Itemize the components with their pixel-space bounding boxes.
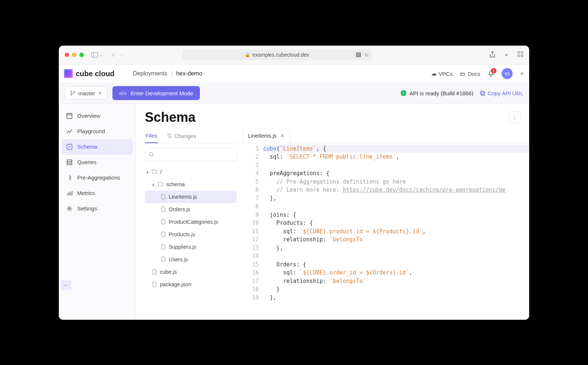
editor-tabs: LineItems.js ✕	[243, 129, 529, 143]
editor-pane: LineItems.js ✕ 1234567891011121314151617…	[243, 129, 529, 320]
maximize-window-button[interactable]	[79, 53, 84, 57]
tab-changes[interactable]: Changes	[166, 129, 197, 143]
folder-icon	[152, 169, 157, 174]
svg-rect-14	[67, 160, 72, 164]
file-tree: ▴ /▴ schemaLineItems.jsOrders.jsProductC…	[145, 166, 237, 291]
more-vertical-icon: ⋮	[512, 114, 517, 121]
folder-open-icon: 🗁	[460, 71, 466, 77]
tree-file[interactable]: Suppliers.js	[145, 241, 237, 253]
docs-link[interactable]: 🗁 Docs	[460, 71, 480, 77]
sidebar-item-preagg[interactable]: Pre-Aggregations	[62, 170, 133, 185]
branch-selector[interactable]: master ▼	[65, 86, 107, 100]
sidebar-item-overview[interactable]: Overview	[62, 108, 133, 124]
url-bar[interactable]: 🔒 examples.cubecloud.dev 🅰 ↻	[182, 49, 372, 60]
svg-rect-4	[518, 55, 520, 57]
tree-file[interactable]: cube.js	[145, 266, 237, 278]
breadcrumb-root[interactable]: Deployments	[133, 70, 167, 77]
sidebar-item-metrics[interactable]: Metrics	[62, 185, 133, 201]
close-window-button[interactable]	[65, 53, 69, 57]
gutter: 12345678910111213141516171819	[243, 143, 263, 320]
editor-tab-label: LineItems.js	[248, 133, 276, 139]
tree-label: Products.js	[169, 231, 195, 237]
enter-dev-mode-button[interactable]: </> Enter Development Mode	[112, 86, 200, 100]
copy-api-url-button[interactable]: Copy API URL	[480, 90, 523, 96]
body: OverviewPlaygroundSchemaQueriesPre-Aggre…	[59, 104, 529, 320]
vpcs-link[interactable]: ☁ VPCs	[431, 70, 453, 77]
git-diff-icon	[167, 133, 172, 138]
browser-window: ⌄ ‹ › 🔒 examples.cubecloud.dev 🅰 ↻ ＋	[59, 46, 529, 320]
file-tabs: Files Changes	[145, 129, 237, 143]
translate-icon[interactable]: 🅰	[356, 52, 361, 58]
tree-label: Suppliers.js	[169, 244, 196, 250]
sidebar-item-label: Playground	[77, 128, 105, 134]
tree-folder-schema[interactable]: ▴ schema	[145, 178, 237, 191]
svg-point-8	[74, 91, 75, 93]
file-icon	[152, 281, 157, 287]
sidebar-item-schema[interactable]: Schema	[62, 139, 133, 155]
search-icon	[149, 152, 154, 157]
preagg-icon	[66, 175, 73, 181]
tabs-overview-icon[interactable]	[517, 51, 523, 59]
file-icon	[152, 269, 157, 274]
svg-point-24	[150, 152, 153, 156]
nav-back-button[interactable]: ‹	[112, 51, 115, 59]
tree-file[interactable]: ProductCategories.js	[145, 216, 237, 228]
svg-point-21	[69, 208, 71, 209]
header-right: ☁ VPCs 🗁 Docs 1 IG ▼	[431, 68, 524, 79]
tree-root[interactable]: ▴ /	[145, 166, 237, 178]
lock-icon: 🔒	[245, 52, 250, 57]
file-icon	[161, 256, 166, 262]
tree-label: schema	[166, 181, 185, 187]
tree-file[interactable]: LineItems.js	[145, 191, 237, 203]
schema-icon	[66, 144, 73, 150]
tree-file[interactable]: Users.js	[145, 253, 237, 266]
code-area[interactable]: cube(`LineItems`, { sql: `SELECT * FROM …	[263, 143, 529, 320]
tree-file[interactable]: Orders.js	[145, 203, 237, 216]
sidebar-item-label: Queries	[77, 159, 97, 165]
reload-icon[interactable]: ↻	[365, 52, 369, 58]
sidebar-toggle-button[interactable]: ⌄	[91, 52, 102, 57]
file-icon	[161, 206, 166, 212]
tree-label: LineItems.js	[169, 194, 197, 200]
sidebar-item-queries[interactable]: Queries	[62, 155, 133, 170]
nav-forward-button[interactable]: ›	[121, 51, 123, 59]
sidebar-item-playground[interactable]: Playground	[62, 124, 133, 139]
tab-files[interactable]: Files	[145, 129, 158, 143]
chevron-down-icon: ⌄	[99, 53, 102, 57]
avatar[interactable]: IG	[502, 68, 513, 79]
tree-file[interactable]: Products.js	[145, 228, 237, 241]
minimize-window-button[interactable]	[72, 53, 76, 57]
main: Schema ⋮ Files	[136, 104, 529, 320]
browser-nav-arrows: ‹ ›	[112, 51, 123, 59]
file-search-input[interactable]	[145, 148, 237, 161]
logo[interactable]: cube cloud	[64, 69, 115, 78]
git-branch-icon	[70, 91, 75, 96]
file-icon	[161, 244, 166, 249]
svg-rect-2	[518, 52, 520, 53]
close-tab-button[interactable]: ✕	[280, 133, 285, 139]
new-tab-icon[interactable]: ＋	[503, 51, 509, 59]
title-bar-right: ＋	[490, 51, 523, 59]
sidebar-item-label: Overview	[77, 113, 100, 119]
overview-icon	[66, 113, 73, 119]
svg-point-23	[170, 137, 171, 138]
collapse-sidebar-button[interactable]: ←	[61, 280, 71, 290]
svg-point-22	[168, 134, 169, 135]
svg-rect-10	[481, 91, 484, 94]
share-icon[interactable]	[490, 51, 495, 59]
playground-icon	[66, 128, 73, 134]
sidebar-item-settings[interactable]: Settings	[62, 201, 133, 216]
cloud-icon: ☁	[431, 70, 437, 77]
left-nav: OverviewPlaygroundSchemaQueriesPre-Aggre…	[59, 104, 136, 320]
sidebar-item-label: Settings	[77, 205, 97, 212]
code-editor[interactable]: 12345678910111213141516171819 cube(`Line…	[243, 143, 529, 320]
traffic-lights	[65, 53, 84, 57]
breadcrumb-current[interactable]: hex-demo	[176, 70, 202, 77]
breadcrumb-separator: /	[171, 70, 172, 77]
more-actions-button[interactable]: ⋮	[509, 111, 520, 123]
editor-tab[interactable]: LineItems.js ✕	[243, 129, 290, 143]
tree-file[interactable]: package.json	[145, 278, 237, 291]
svg-rect-9	[481, 92, 485, 95]
user-menu-caret[interactable]: ▼	[520, 71, 524, 76]
notifications-button[interactable]: 1	[488, 70, 494, 77]
